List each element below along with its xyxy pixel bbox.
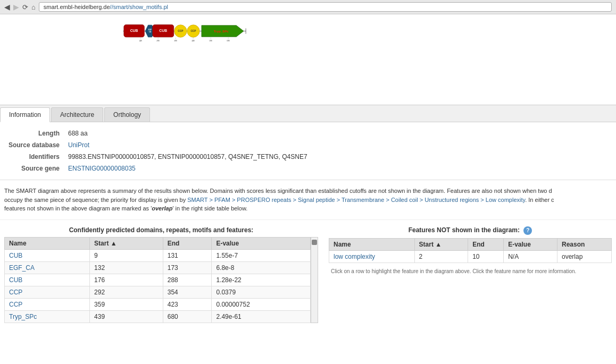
source-gene-value: ENSTNIG00000008035	[68, 165, 136, 172]
svg-text:500: 500	[209, 40, 212, 42]
info-row-identifiers: Identifiers 99883.ENSTNIP00000010857, EN…	[0, 151, 616, 163]
row-start: 132	[90, 261, 163, 274]
table-row[interactable]: CCP 359 423 0.00000752	[5, 298, 311, 310]
r-col-start: Start ▲	[414, 238, 468, 250]
row-evalue: 1.55e-7	[212, 249, 311, 261]
svg-text:Tryp_SPc: Tryp_SPc	[214, 29, 229, 33]
scroll-indicator[interactable]	[311, 237, 318, 323]
table-row[interactable]: Tryp_SPc 439 680 2.49e-61	[5, 310, 311, 323]
svg-text:CCP: CCP	[190, 30, 196, 32]
priority-link[interactable]: SMART > PFAM > PROSPERO repeats > Signal…	[187, 197, 525, 203]
col-end: End	[163, 237, 212, 249]
r-col-end: End	[468, 238, 504, 250]
row-end: 10	[468, 250, 504, 263]
table-row[interactable]: low complexity 2 10 N/A overlap	[329, 250, 612, 263]
home-button[interactable]: ⌂	[31, 3, 36, 11]
row-end: 354	[163, 286, 212, 298]
col-name: Name	[5, 237, 90, 249]
r-col-evalue: E-value	[504, 238, 557, 250]
row-start: 359	[90, 298, 163, 310]
row-evalue: 2.49e-61	[212, 310, 311, 323]
info-row-length: Length 688 aa	[0, 128, 616, 139]
length-value: 688 aa	[68, 130, 88, 137]
svg-text:400: 400	[192, 40, 195, 42]
overlap-word: overlap	[152, 205, 172, 211]
diagram-area: CUB EGF CA CUB CCP CCP Tryp_SPc ⁴⁰⁰ ²⁰⁰ …	[0, 14, 616, 105]
identifiers-value: 99883.ENSTNIP00000010857, ENSTNIP0000001…	[68, 153, 307, 160]
right-panel-title: Features NOT shown in the diagram: ?	[329, 226, 612, 235]
row-name[interactable]: EGF_CA	[5, 261, 90, 274]
uniprot-link[interactable]: UniProt	[68, 141, 89, 149]
svg-text:100: 100	[139, 40, 142, 42]
source-gene-link[interactable]: ENSTNIG00000008035	[68, 165, 136, 172]
row-evalue: 0.0379	[212, 286, 311, 298]
row-end: 288	[163, 274, 212, 286]
svg-text:CCP: CCP	[178, 30, 184, 32]
r-col-name: Name	[329, 238, 415, 250]
svg-text:CA: CA	[149, 31, 152, 33]
info-table: Length 688 aa Source database UniProt Id…	[0, 122, 616, 180]
url-bar[interactable]: smart.embl-heidelberg.de//smart/show_mot…	[39, 2, 612, 12]
row-end: 131	[163, 249, 212, 261]
row-end: 173	[163, 261, 212, 274]
tab-architecture[interactable]: Architecture	[51, 107, 103, 122]
tab-orthology[interactable]: Orthology	[104, 107, 150, 122]
back-button[interactable]: ◀	[4, 3, 10, 11]
r-col-reason: Reason	[557, 238, 611, 250]
identifiers-label: Identifiers	[4, 153, 68, 160]
main-content: Confidently predicted domains, repeats, …	[0, 220, 616, 329]
row-name[interactable]: CCP	[5, 286, 90, 298]
reload-button[interactable]: ⟳	[22, 3, 28, 11]
url-protocol: smart.embl-heidelberg.de	[44, 4, 110, 10]
left-panel-title: Confidently predicted domains, repeats, …	[4, 226, 318, 234]
col-start: Start ▲	[90, 237, 163, 249]
row-end: 680	[163, 310, 212, 323]
row-start: 292	[90, 286, 163, 298]
info-icon[interactable]: ?	[523, 226, 532, 235]
row-evalue: 0.00000752	[212, 298, 311, 310]
table-row[interactable]: CCP 292 354 0.0379	[5, 286, 311, 298]
source-db-label: Source database	[4, 141, 68, 149]
left-table-wrapper: Name Start ▲ End E-value CUB 9 131 1.55e…	[4, 237, 318, 323]
row-name[interactable]: CUB	[5, 249, 90, 261]
row-reason: overlap	[557, 250, 611, 263]
row-start: 439	[90, 310, 163, 323]
row-evalue: 1.28e-22	[212, 274, 311, 286]
description-text: The SMART diagram above represents a sum…	[0, 180, 616, 220]
svg-text:CUB: CUB	[159, 29, 167, 32]
svg-text:200: 200	[156, 40, 160, 42]
table-row[interactable]: CUB 9 131 1.55e-7	[5, 249, 311, 261]
right-panel-hint: Click on a row to highlight the feature …	[329, 266, 612, 276]
source-db-value: UniProt	[68, 141, 89, 149]
svg-text:300: 300	[174, 40, 177, 42]
right-panel: Features NOT shown in the diagram: ? Nam…	[329, 226, 612, 323]
row-name[interactable]: low complexity	[329, 250, 415, 263]
row-name[interactable]: Tryp_SPc	[5, 310, 90, 323]
source-gene-label: Source gene	[4, 165, 68, 172]
row-start: 176	[90, 274, 163, 286]
tab-information[interactable]: Information	[0, 107, 50, 122]
col-evalue: E-value	[212, 237, 311, 249]
table-row[interactable]: CUB 176 288 1.28e-22	[5, 274, 311, 286]
browser-bar: ◀ ▶ ⟳ ⌂ smart.embl-heidelberg.de//smart/…	[0, 0, 616, 14]
url-path: //smart/show_motifs.pl	[110, 4, 168, 10]
domain-diagram-svg: CUB EGF CA CUB CCP CCP Tryp_SPc ⁴⁰⁰ ²⁰⁰ …	[4, 23, 366, 52]
row-name[interactable]: CCP	[5, 298, 90, 310]
row-start: 9	[90, 249, 163, 261]
info-row-source-gene: Source gene ENSTNIG00000008035	[0, 163, 616, 174]
row-evalue: N/A	[504, 250, 557, 263]
svg-text:EGF: EGF	[148, 29, 152, 31]
table-row[interactable]: EGF_CA 132 173 6.8e-8	[5, 261, 311, 274]
forward-button[interactable]: ▶	[13, 3, 19, 11]
info-row-source-db: Source database UniProt	[0, 139, 616, 151]
row-name[interactable]: CUB	[5, 274, 90, 286]
row-start: 2	[414, 250, 468, 263]
svg-text:CUB: CUB	[130, 29, 138, 32]
right-data-table: Name Start ▲ End E-value Reason low comp…	[329, 238, 612, 263]
tabs-container: Information Architecture Orthology	[0, 105, 616, 122]
left-panel: Confidently predicted domains, repeats, …	[4, 226, 318, 323]
row-end: 423	[163, 298, 212, 310]
row-evalue: 6.8e-8	[212, 261, 311, 274]
length-label: Length	[4, 130, 68, 137]
svg-text:600: 600	[227, 40, 230, 42]
